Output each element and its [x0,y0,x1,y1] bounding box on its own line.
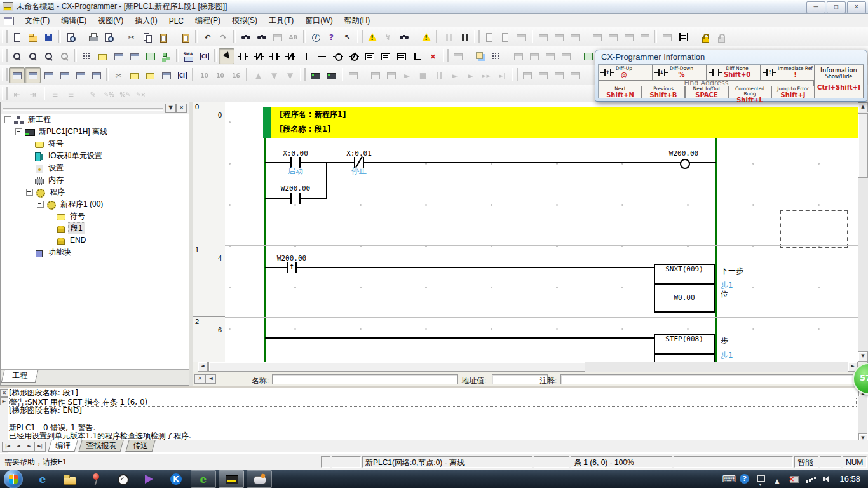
new-closed-coil-button[interactable] [346,48,362,64]
select-mode-button[interactable] [219,48,234,64]
tree-item-IO表和单元设置[interactable]: IO表和单元设置 [1,150,189,162]
line-connect-button[interactable] [409,48,425,64]
show-rung-annotations-button[interactable] [142,67,158,83]
menu-item-2[interactable]: 视图(V) [92,14,129,27]
help-tray-icon[interactable] [738,473,751,485]
tree-close-button[interactable]: ✕ [176,104,187,113]
coil-w20000[interactable] [680,159,690,169]
paint-tool[interactable] [247,470,272,488]
comment-field[interactable] [560,374,857,384]
expander-icon[interactable] [37,201,44,208]
k-app[interactable] [164,471,188,487]
new-pou-button[interactable] [362,48,377,64]
volume-icon[interactable] [821,473,834,485]
ime-keyboard-icon[interactable]: ⌨ [722,473,735,485]
menu-item-9[interactable]: 帮助(H) [339,14,376,27]
set-protection-button[interactable] [697,29,713,45]
ladder-canvas[interactable]: [程序名 : 新程序1] [段名称 : 段1] X:0.00 启动 X:0.01… [225,102,858,362]
tree-dropdown-button[interactable]: ▼ [165,104,176,113]
show-monitor-data-button[interactable] [158,67,174,83]
selection-rectangle[interactable] [780,210,848,248]
tree-item-内存[interactable]: 内存 [1,174,189,186]
delete-mode-button[interactable]: × [425,48,441,64]
section-comment[interactable]: [程序名 : 新程序1] [段名称 : 段1] [263,107,858,138]
minimize-button[interactable]: ─ [806,1,825,13]
menu-item-7[interactable]: 工具(T) [263,14,299,27]
cx-programmer-task[interactable] [219,470,244,488]
rung-list-button[interactable] [111,48,126,64]
show-hidden-icons-icon[interactable] [771,473,784,485]
cut-button[interactable]: ✂ [123,29,139,45]
toggle-project-window-button[interactable] [72,67,88,83]
edit-instruction-button[interactable] [393,48,409,64]
data-display-button[interactable] [580,48,596,64]
tree-item-新工程[interactable]: 新工程 [1,114,189,126]
menu-item-0[interactable]: 文件(F) [19,14,55,27]
signal-strength-icon[interactable] [804,473,817,485]
symbol-bar-close-button[interactable]: ✕ [194,374,205,384]
find-replace-button[interactable] [254,29,269,45]
menu-item-6[interactable]: 模拟(S) [226,14,263,27]
maximize-button[interactable]: □ [827,1,846,13]
about-button[interactable] [308,29,323,45]
pause-button[interactable] [456,29,472,45]
pin-tool[interactable] [84,471,108,487]
clock-app[interactable] [111,471,135,487]
tree-item-符号[interactable]: 符号 [1,210,189,222]
menu-item-3[interactable]: 插入(I) [129,14,163,27]
instruction-step[interactable]: STEP(008) [654,334,715,362]
output-tab-传送[interactable]: 传送 [125,440,155,452]
menu-item-8[interactable]: 窗口(W) [299,14,338,27]
network-disconnected-icon[interactable] [788,473,801,485]
start-button[interactable] [4,470,23,488]
restore-window-tray-icon[interactable] [755,473,768,485]
menu-item-1[interactable]: 编辑(E) [55,14,92,27]
compile-program-button[interactable] [364,29,380,45]
scroll-left-button[interactable]: ◄ [198,362,208,372]
show-comments-button[interactable] [126,67,142,83]
new-file-button[interactable] [9,29,25,45]
expander-icon[interactable] [26,189,33,196]
tree-item-段1[interactable]: 段1 [1,222,189,234]
show-sma-button[interactable] [180,48,196,64]
output-tab-查找报表[interactable]: 查找报表 [78,440,123,452]
output-expand-button[interactable]: ► [0,397,8,405]
taskbar-clock[interactable]: 16:58 [839,474,860,484]
expander-icon[interactable] [15,128,22,135]
mnemonics-view-button[interactable] [25,67,41,83]
work-online-simulator-button[interactable] [323,67,339,83]
show-ci-button[interactable] [196,48,212,64]
tree-item-符号[interactable]: 符号 [1,138,189,150]
print-preview-button[interactable] [101,29,117,45]
rung-comment-button[interactable] [95,48,111,64]
kmplayer[interactable] [137,471,161,487]
symbol-table-button[interactable] [142,48,158,64]
new-instruction-button[interactable] [377,48,393,64]
new-vertical-button[interactable] [298,48,314,64]
io-config-button[interactable] [126,48,142,64]
symbols-window-button[interactable] [41,67,57,83]
expander-icon[interactable] [4,116,11,123]
child-window-icon[interactable] [4,17,14,25]
dialog-io-button[interactable] [174,67,190,83]
tree-item-设置[interactable]: 设置 [1,162,189,174]
save-project-button[interactable] [41,29,57,45]
monitor-window-button[interactable] [57,67,72,83]
tree-item-程序[interactable]: 程序 [1,186,189,198]
open-project-button[interactable] [25,29,41,45]
output-close-button[interactable]: ✕ [0,389,8,397]
rung-margin-cell[interactable]: 2 6 [193,317,225,362]
menu-item-5[interactable]: 编程(P) [189,14,226,27]
scroll-up-button[interactable]: ▲ [858,102,868,112]
output-nav-button-3[interactable]: ►| [34,442,46,452]
data-trace-button[interactable] [488,48,504,64]
new-or-closed-contact-button[interactable] [282,48,298,64]
output-line[interactable]: 警告:SNXT 用作 SET 指令 在条 1 (6, 0) [9,398,857,407]
output-tab-编译[interactable]: 编译 [48,440,78,452]
output-nav-button-0[interactable]: |◄ [2,442,13,452]
new-closed-contact-button[interactable] [250,48,266,64]
tree-item-END[interactable]: END [1,234,189,247]
zoom-button[interactable] [41,48,57,64]
paste-button[interactable] [155,29,171,45]
close-button[interactable]: × [847,1,866,13]
